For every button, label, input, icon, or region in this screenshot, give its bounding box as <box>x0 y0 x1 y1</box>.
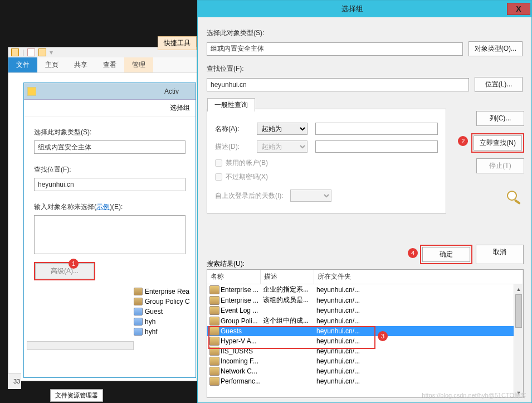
watermark: https://blog.csdn.net/hyh@51CTO博客 <box>422 391 526 400</box>
names-label-suffix: )(E): <box>110 203 123 211</box>
advanced-highlight: 高级(A)... <box>34 262 95 280</box>
tree-item[interactable]: hyhf <box>134 327 198 337</box>
disabled-accounts-checkbox: 禁用的帐户(B) <box>215 158 438 168</box>
tree-item[interactable]: Guest <box>134 307 198 317</box>
location-field <box>207 78 469 91</box>
col-desc[interactable]: 描述 <box>261 270 314 284</box>
result-row[interactable]: Guestsheyunhui.cn/... <box>207 326 523 336</box>
tree-item-label: hyh <box>145 318 155 326</box>
user-icon <box>134 308 143 315</box>
disabled-accounts-label: 禁用的帐户(B) <box>226 158 268 168</box>
ribbon-tabs: 文件 主页 共享 查看 管理 <box>8 57 197 73</box>
divider: | <box>22 48 24 56</box>
vertical-scrollbar[interactable]: ▲ ▼ <box>514 284 523 397</box>
results-body[interactable]: Enterprise ...企业的指定系...heyunhui.cn/...En… <box>207 284 523 397</box>
ok-highlight: 确定 <box>420 245 472 264</box>
group-icon <box>209 296 219 305</box>
name-op-select[interactable]: 起始为 <box>257 123 307 135</box>
tab-home[interactable]: 主页 <box>37 57 66 72</box>
cancel-button[interactable]: 取消 <box>476 245 524 264</box>
group-icon <box>209 377 219 386</box>
group-icon <box>209 367 219 376</box>
tab-file[interactable]: 文件 <box>8 57 37 72</box>
names-label: 输入对象名称来选择(示例)(E): <box>34 202 186 212</box>
row-folder: heyunhui.cn/... <box>316 367 523 375</box>
tab-manage[interactable]: 管理 <box>124 57 153 72</box>
result-row[interactable]: Enterprise ...该组的成员是...heyunhui.cn/... <box>207 295 523 305</box>
group-icon <box>209 317 219 326</box>
name-label: 名称(A): <box>215 124 249 134</box>
group-icon <box>209 306 219 315</box>
col-folder[interactable]: 所在文件夹 <box>314 270 523 284</box>
tree-item[interactable]: Group Policy C <box>134 297 198 307</box>
scroll-up[interactable]: ▲ <box>514 284 523 294</box>
result-row[interactable]: Performanc...heyunhui.cn/... <box>207 376 523 386</box>
quick-tools-tab[interactable]: 快捷工具 <box>158 36 197 50</box>
obj-type-input <box>34 140 186 154</box>
row-name: Guests <box>221 327 263 335</box>
explorer-quick-access: | ▾ 快捷工具 <box>8 47 197 57</box>
tab-general-query[interactable]: 一般性查询 <box>207 98 255 111</box>
example-link[interactable]: 示例 <box>96 203 110 211</box>
result-row[interactable]: Incoming F...heyunhui.cn/... <box>207 356 523 366</box>
dialog-titlebar[interactable]: 选择组 X <box>198 1 531 17</box>
folder2-icon[interactable] <box>38 48 46 56</box>
marker-3: 3 <box>378 331 388 341</box>
description-label: 描述(D): <box>215 142 249 152</box>
svg-point-0 <box>507 191 516 200</box>
back-dialog-title-text: Activ <box>36 85 196 98</box>
row-folder: heyunhui.cn/... <box>316 317 523 325</box>
row-name: Event Log ... <box>221 307 263 314</box>
tree-item[interactable]: Enterprise Rea <box>134 287 198 297</box>
scroll-thumb[interactable] <box>515 294 522 328</box>
row-name: Enterprise ... <box>221 297 263 304</box>
app-icon <box>27 87 36 96</box>
non-expiring-cbx <box>215 173 222 181</box>
row-name: Network C... <box>221 367 263 375</box>
taskbar-button[interactable]: 文件资源管理器 <box>50 389 103 402</box>
col-name[interactable]: 名称 <box>207 270 261 284</box>
names-textarea[interactable] <box>34 215 186 254</box>
back-dialog-titlebar[interactable]: Activ <box>24 83 196 100</box>
non-expiring-label: 不过期密码(X) <box>226 172 268 182</box>
result-row[interactable]: Enterprise ...企业的指定系...heyunhui.cn/... <box>207 284 523 295</box>
tab-share[interactable]: 共享 <box>66 57 95 72</box>
advanced-button[interactable]: 高级(A)... <box>35 263 94 279</box>
result-row[interactable]: Group Poli...这个组中的成...heyunhui.cn/... <box>207 315 523 326</box>
row-folder: heyunhui.cn/... <box>316 286 523 294</box>
divider: ▾ <box>50 48 53 56</box>
locations-button[interactable]: 位置(L)... <box>475 77 523 92</box>
name-input[interactable] <box>315 123 438 135</box>
row-desc: 该组的成员是... <box>263 295 316 305</box>
result-row[interactable]: Hyper-V A...heyunhui.cn/... <box>207 336 523 346</box>
tree-item-label: Group Policy C <box>145 298 190 305</box>
row-name: Incoming F... <box>221 357 263 365</box>
row-name: Enterprise ... <box>221 286 263 294</box>
new-tab-icon[interactable] <box>27 48 35 56</box>
results-header[interactable]: 名称 描述 所在文件夹 <box>207 270 523 284</box>
group-icon <box>209 327 219 336</box>
result-row[interactable]: Network C...heyunhui.cn/... <box>207 366 523 376</box>
row-name: Group Poli... <box>221 317 263 325</box>
close-button[interactable]: X <box>507 3 530 15</box>
tab-view[interactable]: 查看 <box>95 57 124 72</box>
find-now-highlight: 立即查找(N) <box>471 133 524 153</box>
right-buttons: 列(C)... 2 立即查找(N) 停止(T) <box>471 111 524 205</box>
tree-item[interactable]: hyh <box>134 317 198 327</box>
row-folder: heyunhui.cn/... <box>316 357 523 365</box>
ok-button[interactable]: 确定 <box>422 247 470 262</box>
group-icon <box>134 288 143 295</box>
group-icon <box>209 285 219 294</box>
result-row[interactable]: Event Log ...heyunhui.cn/... <box>207 305 523 315</box>
horizontal-scrollbar[interactable] <box>27 341 134 350</box>
marker-1: 1 <box>69 259 79 269</box>
tree-area: Enterprise ReaGroup Policy CGuesthyhhyhf <box>134 287 198 350</box>
stop-button: 停止(T) <box>476 158 524 173</box>
find-now-button[interactable]: 立即查找(N) <box>474 135 522 150</box>
tree-item-label: Enterprise Rea <box>145 288 189 295</box>
row-desc: 这个组中的成... <box>263 316 316 326</box>
object-types-button[interactable]: 对象类型(O)... <box>468 41 523 56</box>
folder-icon <box>11 48 19 56</box>
columns-button[interactable]: 列(C)... <box>476 111 524 126</box>
result-row[interactable]: IIS_IUSRSheyunhui.cn/... <box>207 346 523 356</box>
